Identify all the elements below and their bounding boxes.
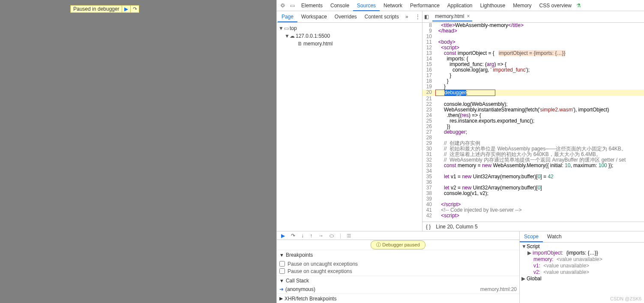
paused-overlay: Paused in debugger ▶ ↷ [70,5,139,13]
code-line[interactable]: 16 console.log(arg, ' imported_func'); [422,67,644,73]
breakpoints-header[interactable]: ▼ Breakpoints [277,250,519,259]
paused-banner-text: ⓘ Debugger paused [371,240,425,249]
main-tab-performance[interactable]: Performance [406,1,443,11]
tree-top[interactable]: ▼▭top [277,24,422,32]
step-button[interactable]: → [318,233,323,239]
nav-tab-workspace[interactable]: Workspace [297,12,331,22]
paused-banner: ⓘ Debugger paused [277,240,519,250]
flask-icon: ⚗ [576,3,581,9]
stack-frame-loc: memory.html:20 [480,286,517,292]
close-icon[interactable]: × [467,13,470,19]
device-toggle-icon[interactable]: ▭ [288,3,297,9]
code-line[interactable]: 38 console.log(v1, v2); [422,191,644,196]
scope-tab-scope[interactable]: Scope [520,231,543,242]
file-tabbar: ◧ memory.html × [422,11,644,23]
main-tab-lighthouse[interactable]: Lighthouse [476,1,509,11]
code-panel: ◧ memory.html × 8 <title>WebAssembly-mem… [422,11,644,231]
main-tab-elements[interactable]: Elements [297,1,326,11]
code-line[interactable]: 19 } [422,84,644,90]
code-line[interactable]: 9 </head> [422,28,644,34]
main-tabbar: ⯐ ▭ ElementsConsoleSourcesNetworkPerform… [277,0,644,11]
step-out-button[interactable]: ↑ [310,233,312,239]
main-tab-console[interactable]: Console [326,1,353,11]
main-tab-sources[interactable]: Sources [353,1,380,11]
code-line[interactable]: 10 [422,34,644,39]
scope-tabs: Scope Watch [520,231,644,243]
resume-button[interactable]: ▶ [281,233,285,239]
step-into-button[interactable]: ↓ [301,233,304,239]
pause-caught-checkbox[interactable]: Pause on caught exceptions [279,267,517,275]
scope-global[interactable]: ▶Global [521,276,642,282]
code-editor[interactable]: 8 <title>WebAssembly-memory</title>9 </h… [422,23,644,222]
navigator-tabs: PageWorkspaceOverridesContent scripts » … [277,11,422,23]
code-line[interactable]: 27 debugger; [422,129,644,135]
debugger-drawer: ▶ ↷ ↓ ↑ → ⬭ | 👁̶ ⓘ Debugger paused ▼ Bre… [277,231,644,303]
step-over-button[interactable]: ↷ [291,233,295,239]
debugger-toolbar: ▶ ↷ ↓ ↑ → ⬭ | 👁̶ [277,231,519,240]
paused-overlay-text: Paused in debugger [71,6,122,12]
main-tab-css-overview[interactable]: CSS overview [536,1,575,11]
devtools: ⯐ ▭ ElementsConsoleSourcesNetworkPerform… [276,0,644,303]
sources-navigator: PageWorkspaceOverridesContent scripts » … [277,11,422,231]
file-tab-label: memory.html [435,13,464,19]
deactivate-breakpoints-button[interactable]: ⬭ [329,233,334,239]
nav-tab-overrides[interactable]: Overrides [331,12,361,22]
code-line[interactable]: 35 let v1 = new Uint32Array(memory.buffe… [422,174,644,180]
pause-uncaught-checkbox[interactable]: Pause on uncaught exceptions [279,260,517,267]
scope-importobject[interactable]: ▶importObject: {imports: {…}} [527,250,642,256]
file-tree: ▼▭top ▼☁127.0.0.1:5500 🗎memory.html [277,23,422,49]
scope-tab-watch[interactable]: Watch [543,231,566,242]
code-line[interactable]: 42 <script> [422,213,644,219]
rendered-page: Paused in debugger ▶ ↷ [0,0,276,303]
inspect-icon[interactable]: ⯐ [279,3,287,9]
code-line[interactable]: 17 } [422,73,644,78]
kebab-icon[interactable]: ⋮ [415,14,421,20]
resume-icon[interactable]: ▶ [122,6,130,12]
stack-frame-fn: (anonymous) [285,286,315,292]
main-tab-memory[interactable]: Memory [509,1,535,11]
scope-panel: Scope Watch ▼Script ▶importObject: {impo… [520,231,644,303]
xhr-breakpoints-header[interactable]: ▶ XHR/fetch Breakpoints [277,294,519,303]
nav-tab-content-scripts[interactable]: Content scripts [361,12,403,22]
code-line[interactable]: 18 } [422,78,644,84]
more-tabs-icon[interactable]: » [404,14,410,20]
file-tab-memory[interactable]: memory.html × [432,12,472,21]
editor-statusbar: { } Line 20, Column 5 [422,222,644,231]
callstack-header[interactable]: ▼ Call Stack [277,276,519,285]
main-tab-application[interactable]: Application [443,1,476,11]
code-line[interactable]: 33 const memory = new WebAssembly.Memory… [422,163,644,168]
watermark: CSDN @ZSK6 [610,296,641,301]
no-pause-icon[interactable]: 👁̶ [347,233,351,239]
scope-v2: v2: <value unavailable> [533,269,642,276]
stack-frame[interactable]: ➜ (anonymous) memory.html:20 [277,285,519,294]
braces-icon[interactable]: { } [426,224,431,230]
cursor-position: Line 20, Column 5 [436,224,477,230]
nav-tab-page[interactable]: Page [278,12,297,22]
scope-script[interactable]: ▼Script [521,243,642,250]
tree-origin[interactable]: ▼☁127.0.0.1:5500 [277,32,422,40]
scope-memory: memory: <value unavailable> [533,256,642,263]
step-over-icon[interactable]: ↷ [130,6,139,12]
code-line[interactable]: 25 res.instance.exports.exported_func(); [422,118,644,124]
tree-file[interactable]: 🗎memory.html [277,40,422,48]
code-line[interactable]: 20 debugger; [422,90,644,96]
main-tab-network[interactable]: Network [380,1,406,11]
scope-v1: v1: <value unavailable> [533,263,642,269]
show-navigator-icon[interactable]: ◧ [424,14,429,20]
